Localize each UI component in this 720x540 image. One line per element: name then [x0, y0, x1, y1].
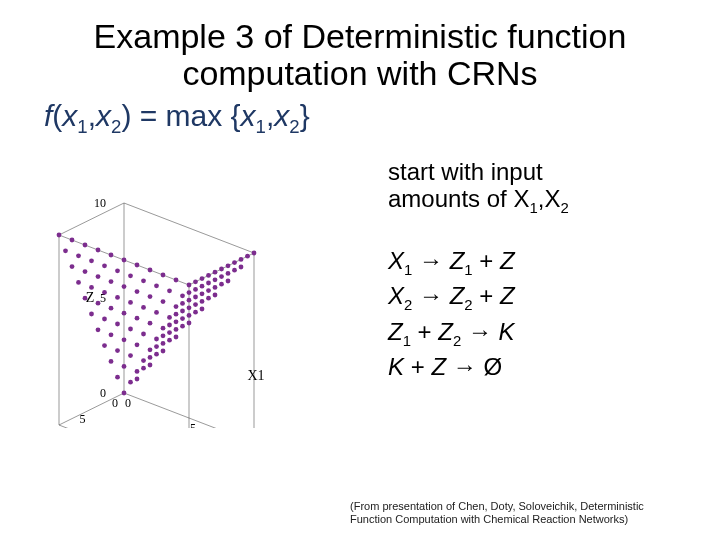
svg-point-100	[135, 262, 140, 267]
svg-point-58	[154, 352, 159, 357]
r1-z1: Z	[450, 247, 465, 274]
x2: x	[96, 99, 111, 132]
svg-point-93	[180, 316, 185, 321]
svg-point-122	[161, 272, 166, 277]
svg-point-34	[57, 232, 62, 237]
X2-sub: 2	[560, 200, 568, 216]
svg-point-48	[135, 369, 140, 374]
svg-point-76	[122, 284, 127, 289]
x1b-sub: 1	[256, 116, 266, 137]
slide-title: Example 3 of Deterministic function comp…	[34, 18, 686, 93]
svg-point-99	[141, 278, 146, 283]
lead-text: start with input amounts of X1,X2	[388, 158, 686, 217]
svg-point-119	[180, 301, 185, 306]
svg-point-139	[219, 266, 224, 271]
r1-arrow: →	[412, 247, 449, 274]
svg-point-125	[226, 271, 231, 276]
svg-point-66	[102, 263, 107, 268]
svg-point-71	[154, 344, 159, 349]
svg-point-82	[167, 330, 172, 335]
svg-point-140	[213, 270, 218, 275]
r2-z2: Z	[450, 282, 465, 309]
svg-point-142	[200, 276, 205, 281]
svg-point-105	[187, 305, 192, 310]
svg-text:0: 0	[112, 396, 118, 410]
body: 051005100510ZX1X2 start with input amoun…	[34, 148, 686, 428]
slide: Example 3 of Deterministic function comp…	[0, 0, 720, 540]
svg-point-60	[141, 358, 146, 363]
svg-point-65	[109, 279, 114, 284]
svg-point-108	[167, 315, 172, 320]
r1-z1-sub: 1	[464, 262, 472, 278]
svg-point-109	[161, 299, 166, 304]
svg-point-132	[180, 293, 185, 298]
svg-text:0: 0	[125, 396, 131, 410]
svg-point-87	[135, 289, 140, 294]
svg-point-47	[141, 366, 146, 371]
svg-point-104	[193, 302, 198, 307]
svg-point-96	[161, 326, 166, 331]
svg-point-44	[76, 253, 81, 258]
svg-point-31	[76, 280, 81, 285]
svg-point-83	[161, 333, 166, 338]
r1-plus: +	[473, 247, 500, 274]
svg-point-78	[109, 252, 114, 257]
lead-line-1: start with input	[388, 158, 543, 185]
reaction-3: Z1 + Z2 → K	[388, 316, 686, 351]
r2-lhs: X	[388, 282, 404, 309]
svg-point-107	[174, 312, 179, 317]
svg-point-72	[148, 347, 153, 352]
title-line-2: computation with CRNs	[182, 54, 537, 92]
reactions: X1 → Z1 + Z X2 → Z2 + Z Z1 + Z2 → K K + …	[388, 245, 686, 382]
svg-point-86	[141, 305, 146, 310]
text-column: start with input amounts of X1,X2 X1 → Z…	[388, 148, 686, 382]
svg-point-138	[226, 263, 231, 268]
svg-point-35	[135, 376, 140, 381]
svg-point-111	[148, 267, 153, 272]
svg-point-28	[96, 327, 101, 332]
svg-point-143	[193, 279, 198, 284]
r1-lhs: X	[388, 247, 404, 274]
svg-point-114	[213, 285, 218, 290]
svg-point-101	[213, 292, 218, 297]
svg-point-136	[239, 257, 244, 262]
svg-text:5: 5	[190, 421, 196, 428]
svg-point-32	[70, 264, 75, 269]
svg-point-141	[206, 273, 211, 278]
x1: x	[62, 99, 77, 132]
svg-point-84	[154, 336, 159, 341]
r1-z: Z	[500, 247, 515, 274]
reaction-4: K + Z → Ø	[388, 351, 686, 382]
svg-point-134	[252, 250, 257, 255]
r2-plus: +	[473, 282, 500, 309]
chart-3d: 051005100510ZX1X2	[34, 148, 364, 428]
svg-point-77	[115, 268, 120, 273]
svg-point-54	[96, 274, 101, 279]
citation-line-1: (From presentation of Chen, Doty, Solove…	[350, 500, 644, 512]
svg-point-51	[115, 321, 120, 326]
r3-arrow: →	[461, 318, 498, 345]
svg-text:0: 0	[100, 386, 106, 400]
r4-z: Z	[431, 353, 446, 380]
svg-point-30	[83, 296, 88, 301]
svg-point-55	[89, 258, 94, 263]
svg-point-80	[180, 324, 185, 329]
svg-point-62	[128, 326, 133, 331]
svg-point-74	[135, 316, 140, 321]
svg-point-41	[96, 301, 101, 306]
svg-line-5	[59, 425, 189, 428]
r3-z1-sub: 1	[403, 332, 411, 348]
svg-point-121	[167, 288, 172, 293]
svg-point-129	[200, 284, 205, 289]
svg-point-133	[174, 277, 179, 282]
comma: ,	[88, 99, 96, 132]
r2-z2-sub: 2	[464, 297, 472, 313]
svg-point-29	[89, 311, 94, 316]
X2: X	[544, 185, 560, 212]
svg-line-7	[124, 203, 254, 253]
svg-point-97	[154, 310, 159, 315]
svg-point-112	[226, 278, 231, 283]
X1-sub: 1	[529, 200, 537, 216]
svg-point-37	[122, 364, 127, 369]
svg-point-53	[102, 290, 107, 295]
